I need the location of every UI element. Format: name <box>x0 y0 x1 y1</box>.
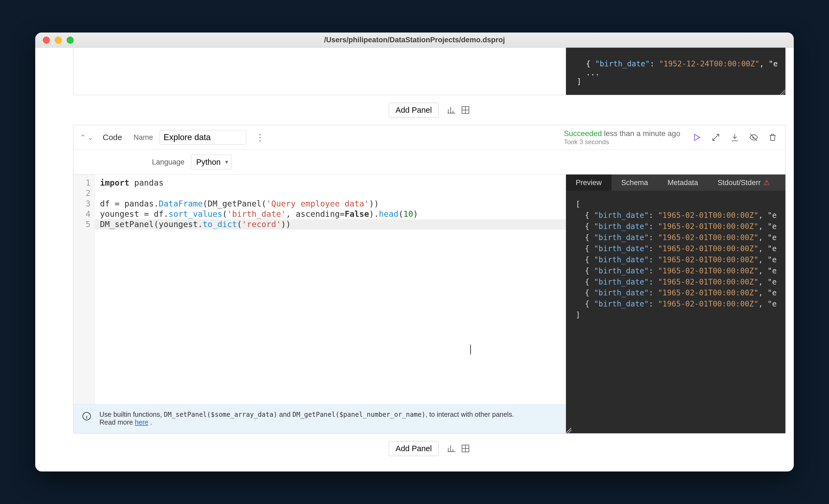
previous-panel-output: { "birth_date": "1952-12-24T00:00:00Z", … <box>566 48 785 95</box>
panel-actions <box>692 133 777 142</box>
output-column: Preview Schema Metadata Stdout/Stderr⚠ [… <box>566 175 785 433</box>
code-editor[interactable]: 12345 import pandas df = pandas.DataFram… <box>73 175 566 404</box>
output-tabs: Preview Schema Metadata Stdout/Stderr⚠ <box>566 175 785 191</box>
tab-metadata[interactable]: Metadata <box>658 175 708 191</box>
grid-icon[interactable] <box>461 444 470 453</box>
panel-status: Succeeded less than a minute ago Took 3 … <box>564 129 680 146</box>
panel-name-input[interactable] <box>159 130 246 145</box>
window-title: /Users/philipeaton/DataStationProjects/d… <box>324 36 505 44</box>
maximize-window-button[interactable] <box>67 37 74 44</box>
panel-type-label: Code <box>103 133 122 142</box>
panel-menu-icon[interactable]: ⋮ <box>255 132 265 143</box>
previous-panel-editor <box>73 48 566 95</box>
chart-icon[interactable] <box>447 105 456 115</box>
editor-column: 12345 import pandas df = pandas.DataFram… <box>73 175 566 433</box>
resize-handle[interactable] <box>566 428 571 433</box>
add-panel-button[interactable]: Add Panel <box>389 103 439 118</box>
line-gutter: 12345 <box>73 175 95 404</box>
add-panel-row-top: Add Panel <box>73 95 786 125</box>
panel-subheader: Language Python <box>73 150 785 175</box>
tab-preview[interactable]: Preview <box>566 175 611 191</box>
code-area[interactable]: import pandas df = pandas.DataFrame(DM_g… <box>95 175 566 404</box>
info-icon <box>81 411 92 421</box>
run-icon[interactable] <box>692 133 701 142</box>
window-controls <box>43 37 74 44</box>
language-select[interactable]: Python <box>191 155 232 169</box>
warning-icon: ⚠ <box>763 178 770 187</box>
language-label: Language <box>152 158 184 167</box>
titlebar: /Users/philipeaton/DataStationProjects/d… <box>35 33 794 48</box>
panel-body: 12345 import pandas df = pandas.DataFram… <box>73 175 785 433</box>
app-window: /Users/philipeaton/DataStationProjects/d… <box>35 33 794 471</box>
chart-icon[interactable] <box>447 444 456 453</box>
resize-handle[interactable] <box>780 89 785 95</box>
read-more-link[interactable]: here <box>135 419 148 426</box>
expand-icon[interactable] <box>711 133 720 142</box>
tab-stdout[interactable]: Stdout/Stderr⚠ <box>708 175 780 191</box>
add-panel-row-bottom: Add Panel <box>73 434 786 463</box>
code-panel: ⌃ ⌄ Code Name ⋮ Succeeded less than a mi… <box>73 125 786 434</box>
collapse-down-icon[interactable]: ⌄ <box>87 133 94 142</box>
tab-schema[interactable]: Schema <box>611 175 658 191</box>
hide-icon[interactable] <box>749 133 758 142</box>
add-panel-button[interactable]: Add Panel <box>389 441 439 456</box>
panel-name-label: Name <box>134 133 153 142</box>
download-icon[interactable] <box>730 133 739 142</box>
panel-header: ⌃ ⌄ Code Name ⋮ Succeeded less than a mi… <box>73 125 785 150</box>
text-cursor <box>470 345 471 354</box>
delete-icon[interactable] <box>768 133 777 142</box>
minimize-window-button[interactable] <box>55 37 62 44</box>
close-window-button[interactable] <box>43 37 50 44</box>
viewport: { "birth_date": "1952-12-24T00:00:00Z", … <box>35 48 794 471</box>
collapse-up-icon[interactable]: ⌃ <box>80 133 86 142</box>
previous-panel: { "birth_date": "1952-12-24T00:00:00Z", … <box>73 48 786 95</box>
preview-output: [ { "birth_date": "1965-02-01T00:00:00Z"… <box>566 191 785 433</box>
grid-icon[interactable] <box>461 105 470 115</box>
info-banner: Use builtin functions, DM_setPanel($some… <box>73 404 566 433</box>
